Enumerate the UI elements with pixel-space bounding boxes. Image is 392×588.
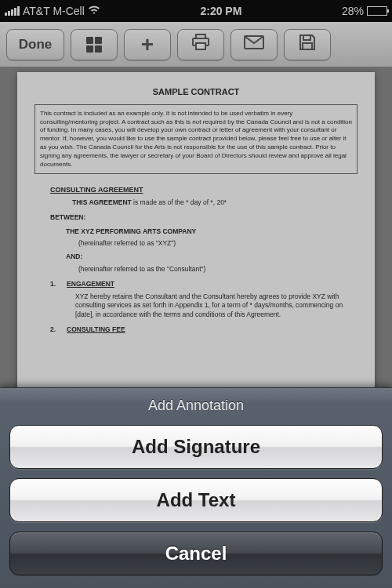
cancel-button[interactable]: Cancel [9,532,383,575]
action-sheet: Add Annotation Add Signature Add Text Ca… [0,387,392,588]
add-text-label: Add Text [157,489,236,511]
cancel-label: Cancel [165,543,227,564]
sheet-title: Add Annotation [9,397,383,414]
add-signature-button[interactable]: Add Signature [9,425,383,469]
add-signature-label: Add Signature [132,436,260,458]
add-text-button[interactable]: Add Text [9,478,383,522]
